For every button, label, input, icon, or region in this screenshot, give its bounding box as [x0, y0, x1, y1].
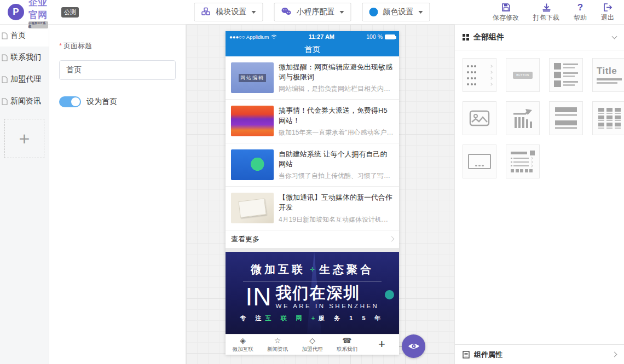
phone-tab-bar: ◈ 微加互联 ☆ 新闻资讯 ◇ 加盟代理 ☎ 联系我们 +: [226, 334, 399, 355]
chevron-down-icon: [252, 11, 256, 14]
pages-sidebar: 首页 联系我们 加盟代理 新闻资讯 +: [0, 25, 49, 364]
newspaper-graphic: [238, 198, 266, 218]
download-label: 打包下载: [533, 13, 559, 22]
page-icon: [2, 76, 8, 83]
top-toolbar: P 企业官网小程序DIY系统 公测 模块设置 小程序配置 颜色设置: [0, 0, 624, 25]
download-icon: [542, 2, 551, 12]
battery-text: 100 %: [366, 33, 383, 40]
set-home-toggle[interactable]: [59, 96, 81, 107]
button-icon: BUTTON: [513, 72, 533, 79]
news-title: 【微加通讯】互动媒体的新一代合作开发: [279, 193, 394, 212]
component-properties-bar[interactable]: 组件属性: [455, 344, 624, 364]
menu-list-icon: [467, 64, 492, 86]
tab-contact[interactable]: ☎ 联系我们: [330, 336, 364, 353]
banner-tagline: 专 注 互 联 网 + 服 务 1 5 年: [226, 314, 399, 322]
page-icon: [2, 98, 8, 105]
component-nav-grid[interactable]: [592, 101, 624, 135]
news-thumbnail: [231, 193, 274, 223]
save-button[interactable]: 保存修改: [493, 2, 519, 22]
component-carousel[interactable]: [463, 145, 496, 178]
component-title[interactable]: Title: [592, 58, 624, 92]
news-summary: 4月19日新加坡知名互动媒体设计机构Pinh...: [279, 215, 394, 224]
module-settings-button[interactable]: 模块设置: [194, 3, 263, 21]
exit-label: 退出: [601, 13, 614, 22]
news-item[interactable]: 搞事情！代金券大派送，免费得H5网站！ 微加15年来一直秉承着"用心感动客户！"…: [226, 100, 399, 143]
diamond-icon: ◇: [309, 337, 315, 345]
news-item[interactable]: 网站编辑 微加提醒：网页编辑应避免出现敏感词与极限词 网站编辑，是指负责网站栏目…: [226, 56, 399, 100]
page-item-label: 首页: [10, 31, 26, 41]
chevron-down-icon: [419, 11, 423, 14]
component-rows[interactable]: [549, 101, 583, 135]
page-icon: [2, 54, 8, 61]
add-tab-button[interactable]: +: [365, 337, 399, 351]
component-chart[interactable]: [506, 101, 540, 135]
component-image[interactable]: [463, 101, 496, 135]
rows-icon: [555, 107, 577, 129]
phone-icon: ☎: [342, 337, 351, 345]
banner-brand: 微加互联: [251, 262, 305, 277]
module-settings-label: 模块设置: [216, 7, 247, 17]
add-page-button[interactable]: +: [4, 119, 44, 158]
news-summary: 微加15年来一直秉承着"用心感动客户！"的...: [279, 128, 394, 137]
star-icon: ☆: [274, 337, 281, 345]
image-icon: [469, 110, 490, 126]
diamonds-icon: ◈: [240, 337, 246, 345]
view-more-link[interactable]: 查看更多: [226, 230, 399, 248]
banner-module[interactable]: 微加互联 ✛ 生态聚合 IN 我们在深圳 WE ARE IN SHENZHEN …: [226, 252, 399, 334]
exit-icon: [603, 2, 613, 12]
modules-icon: [201, 7, 211, 18]
banner-slogan: 生态聚合: [319, 262, 374, 277]
beta-badge: 公测: [61, 7, 79, 18]
save-icon: [501, 2, 511, 12]
page-title-field-label: *页面标题: [59, 41, 176, 51]
news-summary: 当你习惯了自拍上传优酷、习惯了写点小...: [279, 171, 394, 181]
color-settings-button[interactable]: 颜色设置: [362, 3, 430, 21]
news-thumbnail: [231, 149, 274, 180]
miniprogram-config-button[interactable]: 小程序配置: [274, 3, 351, 21]
phone-nav-title: 首页: [304, 44, 320, 55]
news-item[interactable]: 自助建站系统 让每个人拥有自己的网站 当你习惯了自拍上传优酷、习惯了写点小...: [226, 143, 399, 187]
app-brand: P 企业官网小程序DIY系统 公测: [8, 0, 79, 28]
component-tiles: BUTTON Title: [455, 50, 624, 178]
sparkle-icon: ✛: [310, 266, 315, 273]
set-home-label: 设为首页: [86, 97, 117, 107]
page-properties-panel: *页面标题 设为首页: [49, 25, 186, 364]
section-divider: [226, 248, 399, 252]
toolbar-menus: 模块设置 小程序配置 颜色设置: [194, 3, 430, 21]
collapse-chevron-icon[interactable]: [612, 34, 617, 39]
app-title-primary: 企业官网: [28, 0, 54, 21]
news-item[interactable]: 【微加通讯】互动媒体的新一代合作开发 4月19日新加坡知名互动媒体设计机构Pin…: [226, 187, 399, 230]
package-download-button[interactable]: 打包下载: [533, 2, 559, 22]
phone-nav-bar: 首页: [226, 42, 399, 56]
image-text-list-icon: [554, 63, 578, 87]
page-title-input[interactable]: [59, 60, 176, 80]
help-label: 帮助: [574, 13, 587, 22]
help-button[interactable]: ? 帮助: [574, 2, 587, 22]
component-rich-list[interactable]: [506, 145, 540, 178]
sidebar-item-agency[interactable]: 加盟代理: [0, 68, 49, 90]
expand-chevron-icon[interactable]: [612, 352, 617, 357]
app-title-secondary: 小程序DIY系统: [28, 21, 48, 28]
page-item-label: 新闻资讯: [10, 96, 41, 106]
title-icon: Title: [597, 66, 622, 84]
preview-button[interactable]: [402, 334, 425, 358]
component-image-text-list[interactable]: [549, 58, 583, 92]
exit-button[interactable]: 退出: [601, 2, 614, 22]
plus-icon: +: [378, 337, 385, 351]
banner-big-en: IN: [246, 284, 272, 309]
component-button[interactable]: BUTTON: [506, 58, 540, 92]
component-menu-list[interactable]: [463, 58, 496, 92]
components-header: 全部组件: [455, 25, 624, 50]
sidebar-item-news[interactable]: 新闻资讯: [0, 90, 49, 112]
app-logo-icon: P: [8, 4, 24, 20]
help-icon: ?: [577, 2, 583, 12]
sidebar-item-contact[interactable]: 联系我们: [0, 47, 49, 68]
tab-home[interactable]: ◈ 微加互联: [226, 336, 260, 353]
components-title: 全部组件: [473, 32, 504, 42]
tab-news[interactable]: ☆ 新闻资讯: [260, 336, 294, 353]
tab-agency[interactable]: ◇ 加盟代理: [295, 336, 330, 353]
battery-icon: [385, 34, 395, 39]
design-canvas: ●●●○○ Applidium 11:27 AM 100 % 首页 网站编辑 微…: [186, 25, 454, 364]
nav-grid-icon: [598, 108, 621, 129]
properties-icon: [463, 351, 470, 359]
